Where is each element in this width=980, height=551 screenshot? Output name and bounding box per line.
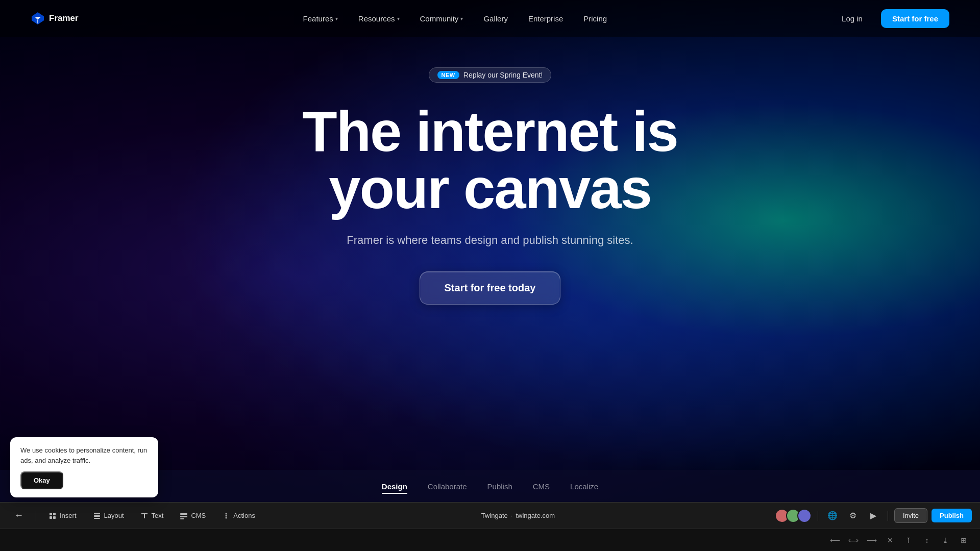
globe-icon[interactable]: 🌐: [824, 508, 841, 524]
nav-right: Log in Start for free: [831, 9, 949, 28]
cms-icon: [180, 512, 188, 520]
chevron-down-icon: ▾: [460, 16, 463, 21]
svg-rect-3: [53, 516, 56, 519]
actions-icon: [222, 512, 230, 520]
align-right-icon[interactable]: ⟶: [864, 532, 880, 548]
svg-rect-8: [180, 516, 187, 517]
site-url: twingate.com: [516, 512, 555, 519]
separator: [888, 511, 888, 521]
badge-text: Replay our Spring Event!: [463, 71, 543, 79]
hero-title: The internet is your canvas: [302, 103, 677, 217]
distribute-icon[interactable]: ⊞: [955, 532, 972, 548]
align-bottom-icon[interactable]: ⤓: [937, 532, 953, 548]
invite-button[interactable]: Invite: [894, 508, 927, 523]
separator: [818, 511, 818, 521]
chevron-down-icon: ▾: [335, 16, 338, 21]
nav-links: Features ▾ Resources ▾ Community ▾ Galle…: [295, 10, 616, 27]
separator: [36, 511, 36, 521]
chevron-down-icon: ▾: [397, 16, 400, 21]
settings-icon[interactable]: ⚙: [845, 508, 861, 524]
start-free-button[interactable]: Start for free: [881, 9, 949, 28]
logo-text: Framer: [49, 13, 79, 23]
nav-community[interactable]: Community ▾: [412, 10, 472, 27]
actions-tool[interactable]: Actions: [216, 509, 261, 523]
site-name: Twingate: [481, 512, 508, 519]
login-button[interactable]: Log in: [831, 10, 873, 27]
align-left-icon[interactable]: ⟵: [827, 532, 843, 548]
insert-tool[interactable]: Insert: [42, 509, 83, 523]
insert-icon: [48, 512, 57, 520]
back-icon: ←: [14, 510, 23, 521]
nav-resources[interactable]: Resources ▾: [350, 10, 408, 27]
cms-tool[interactable]: CMS: [174, 509, 212, 523]
editor-toolbar: ← Insert Layout Text CMS Actions Twingat…: [0, 502, 980, 529]
svg-rect-9: [180, 518, 184, 519]
toolbar-icons-row: ⟵ ⟺ ⟶ ✕ ⤒ ↕ ⤓ ⊞: [0, 529, 980, 551]
svg-rect-4: [94, 513, 100, 514]
publish-button[interactable]: Publish: [932, 509, 972, 522]
layout-icon: [93, 512, 101, 520]
framer-logo-icon: [31, 11, 45, 26]
svg-rect-2: [50, 516, 52, 519]
collaborator-avatars: [775, 509, 812, 523]
svg-rect-0: [50, 513, 52, 515]
play-icon[interactable]: ▶: [865, 508, 881, 524]
svg-point-12: [226, 517, 227, 518]
spring-event-badge[interactable]: NEW Replay our Spring Event!: [429, 67, 552, 83]
nav-pricing[interactable]: Pricing: [575, 10, 615, 27]
tab-design[interactable]: Design: [382, 482, 407, 494]
editor-site-info: Twingate · twingate.com: [265, 512, 771, 519]
hero-subtitle: Framer is where teams design and publish…: [347, 234, 633, 247]
nav-enterprise[interactable]: Enterprise: [520, 10, 571, 27]
layout-tool[interactable]: Layout: [87, 509, 130, 523]
svg-rect-1: [53, 513, 56, 515]
tab-collaborate[interactable]: Collaborate: [428, 482, 467, 494]
nav-features[interactable]: Features ▾: [295, 10, 346, 27]
start-today-button[interactable]: Start for free today: [420, 271, 561, 305]
hero-section: NEW Replay our Spring Event! The interne…: [0, 37, 980, 305]
svg-rect-7: [180, 513, 187, 515]
delete-icon[interactable]: ✕: [882, 532, 898, 548]
align-top-icon[interactable]: ⤒: [900, 532, 917, 548]
navbar: Framer Features ▾ Resources ▾ Community …: [0, 0, 980, 37]
editor-right-tools: 🌐 ⚙ ▶ Invite Publish: [775, 508, 972, 524]
svg-rect-6: [94, 518, 100, 519]
new-pill: NEW: [437, 71, 459, 79]
text-icon: [140, 512, 149, 520]
tab-publish[interactable]: Publish: [487, 482, 512, 494]
nav-gallery[interactable]: Gallery: [475, 10, 516, 27]
cookie-banner: We use cookies to personalize content, r…: [10, 437, 158, 497]
back-tool[interactable]: ←: [8, 507, 30, 524]
align-center-h-icon[interactable]: ⟺: [845, 532, 862, 548]
text-tool[interactable]: Text: [134, 509, 170, 523]
tab-cms[interactable]: CMS: [533, 482, 550, 494]
logo[interactable]: Framer: [31, 11, 79, 26]
svg-rect-5: [94, 515, 100, 517]
avatar: [797, 509, 812, 523]
svg-point-11: [226, 515, 227, 516]
cookie-okay-button[interactable]: Okay: [20, 471, 63, 489]
tab-localize[interactable]: Localize: [570, 482, 598, 494]
svg-point-10: [226, 513, 227, 514]
align-middle-icon[interactable]: ↕: [919, 532, 935, 548]
cookie-text: We use cookies to personalize content, r…: [20, 445, 148, 465]
